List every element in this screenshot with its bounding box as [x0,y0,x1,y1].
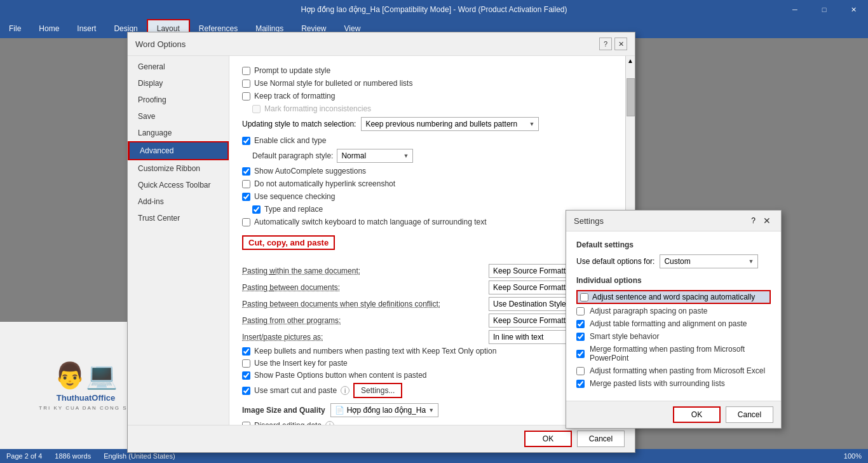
table-formatting-checkbox[interactable] [576,320,585,328]
use-default-dropdown-arrow: ▼ [748,258,754,265]
prompt-update-style-label: Prompt to update style [254,66,330,75]
sidebar-item-quick-access[interactable]: Quick Access Toolbar [128,177,229,193]
settings-ok-button[interactable]: OK [673,406,721,423]
mark-inconsistencies-label: Mark formatting inconsistencies [264,104,371,113]
title-bar: Hợp đồng lao động_Ha [Compatibility Mode… [0,0,868,19]
use-sequence-row: Use sequence checking [242,192,613,201]
sentence-spacing-checkbox[interactable] [580,293,588,301]
sidebar-item-addins[interactable]: Add-ins [128,193,229,210]
sidebar-item-trust-center[interactable]: Trust Center [128,210,229,226]
cancel-button[interactable]: Cancel [577,431,625,447]
updating-label: Updating style to match selection: [242,120,356,128]
paste-between-docs-row: Pasting between documents: Keep Source F… [242,280,613,294]
updating-dropdown[interactable]: Keep previous numbering and bullets patt… [361,117,539,131]
insert-paste-label: Insert/paste pictures as: [242,333,484,342]
window-title: Hợp đồng lao động_Ha [Compatibility Mode… [301,5,567,14]
close-window-button[interactable]: ✕ [839,0,868,19]
ppt-merge-checkbox[interactable] [576,350,585,358]
discard-editing-label: Discard editing data [254,421,322,425]
updating-row: Updating style to match selection: Keep … [242,117,613,131]
file-icon: 📄 [335,406,344,415]
image-size-dropdown[interactable]: 📄 Hợp đồng lao động_Ha ▼ [330,403,438,417]
keep-track-checkbox[interactable] [242,92,250,100]
tab-home[interactable]: Home [30,19,68,38]
discard-editing-row: Discard editing data i [242,421,613,425]
ok-button[interactable]: OK [524,431,572,447]
mark-inconsistencies-checkbox[interactable] [252,105,261,113]
insert-paste-dropdown[interactable]: In line with text ▼ [489,330,578,344]
no-hyperlink-checkbox[interactable] [242,180,250,188]
settings-help-button[interactable]: ? [751,216,756,225]
merge-lists-checkbox[interactable] [576,380,585,388]
default-settings-title: Default settings [576,240,771,249]
scroll-thumb[interactable] [627,78,635,116]
dialog-body: General Display Proofing Save Language A… [128,56,635,425]
auto-switch-checkbox[interactable] [242,218,250,226]
word-window: Hợp đồng lao động_Ha [Compatibility Mode… [0,0,868,463]
para-spacing-label: Adjust paragraph spacing on paste [590,307,707,315]
option-ppt-merge-row: Merge formatting when pasting from Micro… [576,345,771,363]
default-para-style-dropdown[interactable]: Normal ▼ [337,149,413,163]
use-sequence-checkbox[interactable] [242,193,250,201]
sidebar-item-language[interactable]: Language [128,125,229,141]
ppt-merge-label: Merge formatting when pasting from Micro… [590,345,771,363]
settings-close-button[interactable]: ✕ [761,214,773,227]
mark-inconsistencies-row: Mark formatting inconsistencies [242,104,613,113]
settings-footer: OK Cancel [566,401,781,428]
use-smart-cut-checkbox[interactable] [242,387,250,395]
show-paste-btn-checkbox[interactable] [242,371,250,380]
use-smart-cut-label: Use smart cut and paste [254,386,337,395]
sidebar-item-customize-ribbon[interactable]: Customize Ribbon [128,160,229,177]
keep-bullets-checkbox[interactable] [242,347,250,356]
excel-adjust-checkbox[interactable] [576,367,585,375]
discard-editing-checkbox[interactable] [242,422,250,425]
paste-between-docs-label: Pasting between documents: [242,283,484,292]
use-default-dropdown[interactable]: Custom ▼ [660,254,758,268]
sidebar-item-save[interactable]: Save [128,108,229,125]
keep-track-label: Keep track of formatting [254,92,335,100]
autocomplete-checkbox[interactable] [242,167,250,176]
merge-lists-label: Merge pasted lists with surrounding list… [590,379,725,388]
settings-cancel-button[interactable]: Cancel [726,406,773,423]
enable-click-type-label: Enable click and type [254,136,326,145]
settings-title-bar: Settings ? ✕ [566,211,781,232]
option-para-spacing-row: Adjust paragraph spacing on paste [576,307,771,315]
option-table-formatting-row: Adjust table formatting and alignment on… [576,319,771,328]
prompt-update-style-checkbox[interactable] [242,67,250,75]
table-formatting-label: Adjust table formatting and alignment on… [590,319,747,328]
para-spacing-checkbox[interactable] [576,307,585,315]
sidebar-item-display[interactable]: Display [128,75,229,92]
autocomplete-label: Show AutoComplete suggestions [254,167,366,176]
info-icon: i [341,386,349,395]
sidebar-item-proofing[interactable]: Proofing [128,92,229,108]
tab-file[interactable]: File [0,19,30,38]
use-insert-key-checkbox[interactable] [242,359,250,368]
zoom-level: 100% [844,452,862,460]
dialog-help-button[interactable]: ? [599,38,612,50]
auto-switch-label: Automatically switch keyboard to match l… [254,218,487,226]
settings-button[interactable]: Settings... [353,383,402,398]
dialog-close-button[interactable]: ✕ [614,38,627,50]
paste-between-conflict-label: Pasting between documents when style def… [242,300,484,308]
smart-style-label: Smart style behavior [590,332,659,341]
normal-style-label: Use Normal style for bulleted or numbere… [254,79,412,88]
type-replace-row: Type and replace [242,205,613,214]
no-hyperlink-row: Do not automatically hyperlink screensho… [242,179,613,188]
paste-other-programs-label: Pasting from other programs: [242,316,484,325]
minimize-button[interactable]: ─ [780,0,810,19]
tab-insert[interactable]: Insert [68,19,105,38]
normal-style-checkbox[interactable] [242,79,250,88]
enable-click-type-row: Enable click and type [242,136,613,145]
enable-click-type-checkbox[interactable] [242,137,250,145]
settings-title: Settings [574,216,604,226]
use-insert-key-label: Use the Insert key for paste [254,359,348,368]
type-replace-checkbox[interactable] [252,205,261,214]
use-default-label: Use default options for: [576,257,654,266]
sidebar-item-advanced[interactable]: Advanced [128,141,229,160]
sidebar-item-general[interactable]: General [128,59,229,75]
discard-info-icon: i [325,421,334,425]
type-replace-label: Type and replace [264,205,323,214]
use-smart-cut-row: Use smart cut and paste i Settings... [242,383,613,398]
maximize-button[interactable]: □ [810,0,839,19]
smart-style-checkbox[interactable] [576,333,585,341]
